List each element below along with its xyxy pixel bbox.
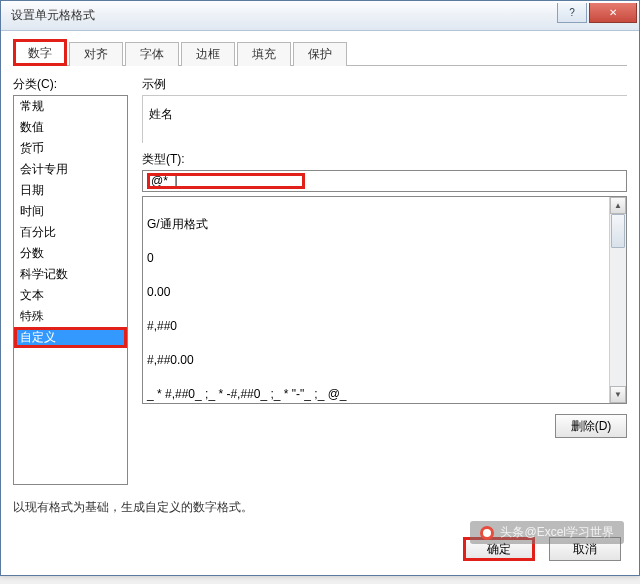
scroll-track[interactable]: [610, 214, 626, 386]
cat-number[interactable]: 数值: [14, 117, 127, 138]
cancel-button[interactable]: 取消: [549, 537, 621, 561]
cat-custom[interactable]: 自定义: [14, 327, 127, 348]
tab-font[interactable]: 字体: [125, 42, 179, 66]
type-list-inner: G/通用格式 0 0.00 #,##0 #,##0.00 _ * #,##0_ …: [143, 197, 609, 403]
client-area: 数字 对齐 字体 边框 填充 保护 分类(C): 常规 数值 货币 会计专用 日…: [1, 31, 639, 528]
help-text: 以现有格式为基础，生成自定义的数字格式。: [13, 499, 627, 516]
window-buttons: ? ✕: [557, 3, 637, 23]
fmt-item[interactable]: #,##0.00: [147, 352, 605, 369]
fmt-item[interactable]: 0: [147, 250, 605, 267]
tabstrip: 数字 对齐 字体 边框 填充 保护: [13, 39, 627, 66]
tab-number[interactable]: 数字: [13, 39, 67, 66]
cat-currency[interactable]: 货币: [14, 138, 127, 159]
cat-percentage[interactable]: 百分比: [14, 222, 127, 243]
close-button[interactable]: ✕: [589, 3, 637, 23]
fmt-item[interactable]: #,##0: [147, 318, 605, 335]
cat-accounting[interactable]: 会计专用: [14, 159, 127, 180]
format-cells-dialog: 设置单元格格式 ? ✕ 数字 对齐 字体 边框 填充 保护 分类(C): 常规 …: [0, 0, 640, 576]
cat-text[interactable]: 文本: [14, 285, 127, 306]
scroll-up-icon[interactable]: ▲: [610, 197, 626, 214]
fmt-item[interactable]: 0.00: [147, 284, 605, 301]
fmt-item[interactable]: _ * #,##0_ ;_ * -#,##0_ ;_ * "-"_ ;_ @_: [147, 386, 605, 403]
scrollbar[interactable]: ▲ ▼: [609, 197, 626, 403]
type-label: 类型(T):: [142, 151, 627, 168]
titlebar: 设置单元格格式 ? ✕: [1, 1, 639, 31]
category-listbox[interactable]: 常规 数值 货币 会计专用 日期 时间 百分比 分数 科学记数 文本 特殊 自定…: [13, 95, 128, 485]
cat-general[interactable]: 常规: [14, 96, 127, 117]
dialog-buttons: 确定 取消: [463, 537, 621, 561]
cat-date[interactable]: 日期: [14, 180, 127, 201]
fmt-item[interactable]: G/通用格式: [147, 216, 605, 233]
help-button[interactable]: ?: [557, 3, 587, 23]
type-format-list[interactable]: G/通用格式 0 0.00 #,##0 #,##0.00 _ * #,##0_ …: [142, 196, 627, 404]
delete-button[interactable]: 删除(D): [555, 414, 627, 438]
scroll-down-icon[interactable]: ▼: [610, 386, 626, 403]
cat-time[interactable]: 时间: [14, 201, 127, 222]
number-panel: 分类(C): 常规 数值 货币 会计专用 日期 时间 百分比 分数 科学记数 文…: [13, 76, 627, 485]
tab-fill[interactable]: 填充: [237, 42, 291, 66]
sample-label: 示例: [142, 76, 627, 93]
ok-button[interactable]: 确定: [463, 537, 535, 561]
tab-protection[interactable]: 保护: [293, 42, 347, 66]
cat-fraction[interactable]: 分数: [14, 243, 127, 264]
window-title: 设置单元格格式: [11, 7, 557, 24]
tab-alignment[interactable]: 对齐: [69, 42, 123, 66]
scroll-thumb[interactable]: [611, 214, 625, 248]
right-column: 示例 姓名 类型(T): G/通用格式 0 0.00 #,##0 #,##0.0…: [142, 76, 627, 485]
delete-row: 删除(D): [142, 414, 627, 438]
tab-border[interactable]: 边框: [181, 42, 235, 66]
sample-value: 姓名: [149, 107, 173, 121]
type-input[interactable]: [149, 173, 303, 189]
category-label: 分类(C):: [13, 76, 128, 93]
cat-scientific[interactable]: 科学记数: [14, 264, 127, 285]
sample-box: 姓名: [142, 95, 627, 143]
category-column: 分类(C): 常规 数值 货币 会计专用 日期 时间 百分比 分数 科学记数 文…: [13, 76, 128, 485]
type-input-highlight: [147, 173, 305, 189]
cat-special[interactable]: 特殊: [14, 306, 127, 327]
type-input-wrap[interactable]: [142, 170, 627, 192]
